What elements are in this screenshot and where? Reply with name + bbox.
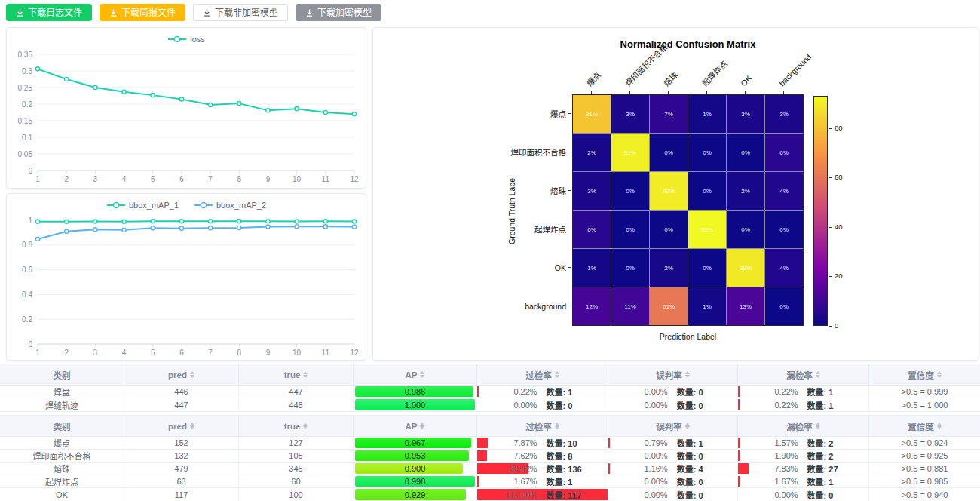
rate-count: 数量: 8 (537, 450, 608, 462)
legend-label: bbox_mAP_1 (129, 201, 179, 210)
svg-text:0.2: 0.2 (22, 100, 32, 109)
legend-item-loss[interactable]: loss (167, 35, 205, 44)
column-header-label: 过检率 (525, 369, 552, 381)
column-header-misjudge-rate[interactable]: 误判率 (608, 364, 738, 385)
cm-cell-3-4: 0% (727, 211, 764, 248)
colorbar-tick-label: 60 (835, 173, 843, 181)
true-cell: 345 (239, 463, 354, 475)
column-header-over-rate[interactable]: 过检率 (477, 416, 608, 436)
sort-carets-icon[interactable] (555, 371, 559, 378)
sort-carets-icon[interactable] (303, 423, 308, 429)
sort-carets-icon[interactable] (555, 423, 559, 429)
column-header-label: 过检率 (525, 420, 552, 432)
svg-text:10: 10 (292, 175, 302, 183)
table-header-row: 类别predtrueAP过检率误判率漏检率置信度 (0, 416, 980, 437)
misjudge-rate-cell: 0.00%数量: 0 (608, 450, 738, 462)
column-header-over-rate[interactable]: 过检率 (477, 364, 608, 385)
cm-cell-2-2: 90% (650, 172, 688, 210)
rate-percent: 0.00% (608, 490, 668, 499)
button-label: 下载简报文件 (121, 8, 176, 17)
cm-cell-1-0: 2% (573, 134, 611, 171)
cm-cell-1-4: 0% (727, 134, 764, 171)
button-label: 下载日志文件 (28, 8, 82, 17)
column-header-true[interactable]: true (239, 364, 354, 385)
column-header-ap[interactable]: AP (354, 416, 477, 436)
cm-column-tick (745, 91, 746, 94)
cm-cell-2-3: 0% (688, 172, 726, 210)
column-header-true[interactable]: true (239, 416, 354, 436)
rate-count: 数量: 0 (537, 399, 608, 411)
miss-rate-cell: 1.57%数量: 2 (738, 437, 869, 449)
svg-text:3: 3 (93, 349, 98, 357)
misjudge-rate-cell: 0.00%数量: 0 (608, 398, 738, 411)
cm-cell-3-1: 0% (611, 211, 649, 248)
svg-text:0.2: 0.2 (22, 315, 32, 324)
column-header-misjudge-rate[interactable]: 误判率 (608, 416, 738, 436)
map-chart-card: bbox_mAP_1bbox_mAP_2 00.20.40.60.8112345… (6, 193, 366, 361)
svg-text:4: 4 (122, 349, 127, 357)
rate-count: 数量: 136 (537, 463, 608, 475)
cm-cell-4-5: 4% (765, 249, 803, 287)
sort-carets-icon[interactable] (685, 371, 690, 378)
loss-chart: 00.050.10.150.20.250.30.3512345678910111… (8, 48, 365, 187)
svg-text:0.6: 0.6 (22, 266, 32, 274)
rate-count: 数量: 0 (668, 475, 737, 487)
sort-carets-icon[interactable] (420, 423, 424, 429)
column-header-ap[interactable]: AP (354, 364, 477, 385)
svg-text:3: 3 (93, 175, 98, 183)
table-row: 焊盘4464470.9860.22%数量: 10.00%数量: 00.22%数量… (0, 386, 980, 398)
ap-value: 0.967 (405, 438, 426, 447)
confusion-matrix-title: Normalized Confusion Matrix (572, 38, 804, 50)
column-header-label: 置信度 (908, 420, 934, 432)
sort-carets-icon[interactable] (937, 423, 942, 429)
button-label: 下载加密模型 (317, 8, 372, 17)
download-report-file-button[interactable]: 下载简报文件 (100, 4, 185, 21)
button-label: 下载非加密模型 (215, 8, 278, 17)
sort-carets-icon[interactable] (420, 371, 424, 378)
rate-percent: 1.90% (738, 451, 798, 460)
true-cell: 60 (239, 475, 354, 487)
rate-count: 数量: 1 (668, 437, 737, 449)
cm-row-tick (568, 229, 571, 229)
sort-carets-icon[interactable] (685, 423, 690, 429)
column-header-miss-rate[interactable]: 漏检率 (738, 416, 869, 436)
sort-carets-icon[interactable] (303, 371, 308, 378)
cm-row-label: 起焊炸点 (417, 224, 566, 235)
download-plain-model-button[interactable]: 下载非加密模型 (193, 4, 288, 21)
sort-carets-icon[interactable] (816, 423, 820, 429)
column-header-confidence[interactable]: 置信度 (869, 416, 980, 436)
misjudge-rate-cell: 0.79%数量: 1 (608, 437, 738, 449)
sort-carets-icon[interactable] (816, 371, 820, 378)
ap-value: 0.953 (405, 451, 426, 460)
over-rate-cell: 117.00%数量: 117 (477, 488, 608, 501)
column-header-label: 误判率 (656, 369, 682, 381)
column-header-miss-rate[interactable]: 漏检率 (738, 364, 869, 385)
svg-text:0.1: 0.1 (22, 134, 32, 142)
rate-percent: 0.22% (738, 401, 798, 410)
download-icon (109, 8, 118, 17)
colorbar-tick (829, 177, 832, 178)
category-cell: 焊缝轨迹 (0, 398, 124, 411)
cm-cell-3-5: 0% (765, 211, 803, 248)
sort-carets-icon[interactable] (190, 423, 194, 429)
cm-row-tick (568, 113, 571, 114)
table-row: 爆点1521270.9677.87%数量: 100.79%数量: 11.57%数… (0, 437, 980, 450)
sort-carets-icon[interactable] (190, 371, 194, 378)
defect-summary-table: 类别predtrueAP过检率误判率漏检率置信度爆点1521270.9677.8… (0, 415, 980, 501)
category-cell: 焊盘 (0, 386, 124, 398)
column-header-label: true (284, 370, 301, 380)
svg-text:6: 6 (179, 349, 184, 357)
legend-item-bbox_mAP_1[interactable]: bbox_mAP_1 (106, 201, 179, 210)
column-header-pred[interactable]: pred (124, 416, 239, 436)
ap-cell: 1.000 (354, 398, 477, 411)
download-log-file-button[interactable]: 下载日志文件 (6, 4, 92, 21)
legend-item-bbox_mAP_2[interactable]: bbox_mAP_2 (194, 201, 266, 210)
ap-cell: 0.900 (354, 463, 477, 475)
sort-carets-icon[interactable] (937, 371, 942, 378)
ap-cell: 0.929 (354, 488, 477, 501)
column-header-confidence[interactable]: 置信度 (869, 364, 980, 385)
svg-text:11: 11 (322, 175, 330, 183)
column-header-pred[interactable]: pred (124, 364, 239, 385)
download-encrypted-model-button[interactable]: 下载加密模型 (296, 4, 381, 21)
ap-value: 0.929 (405, 490, 426, 499)
